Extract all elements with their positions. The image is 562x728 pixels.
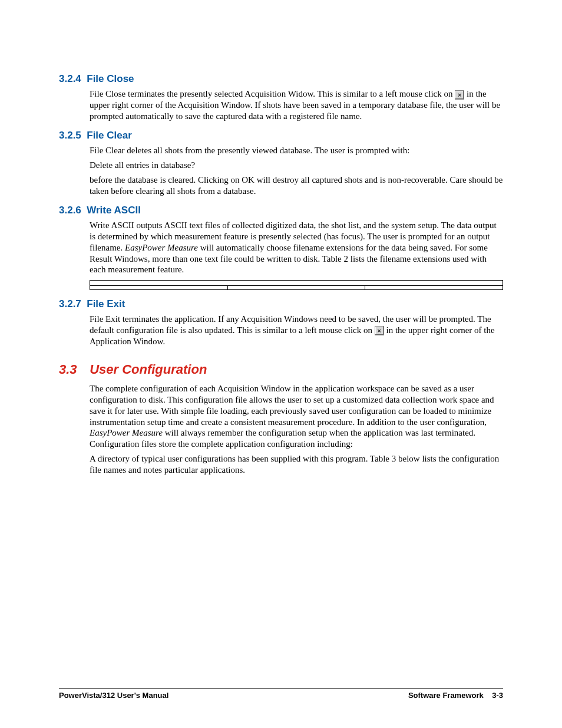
heading-title: User Configuration [90,362,207,377]
heading-3-2-5: 3.2.5 File Clear [59,130,503,141]
footer-page: 3-3 [492,691,503,700]
table-caption [90,280,503,285]
table-header [90,286,228,290]
text: The complete configuration of each Acqui… [90,384,494,426]
footer-right: Software Framework 3-3 [408,691,503,700]
paragraph: A directory of typical user configuratio… [90,453,503,476]
table-2 [90,280,503,290]
paragraph: File Clear deletes all shots from the pr… [90,145,503,156]
heading-title: File Close [87,73,134,84]
paragraph: before the database is cleared. Clicking… [90,174,503,197]
heading-title: File Exit [87,298,125,309]
emphasis: EasyPower Measure [125,243,198,252]
heading-number: 3.3 [59,362,86,377]
table-header [227,286,365,290]
body-3-2-7: File Exit terminates the application. If… [90,314,503,347]
table-header-row [90,286,503,290]
heading-number: 3.2.5 [59,130,81,141]
text: File Close terminates the presently sele… [90,89,455,98]
heading-title: File Clear [87,130,132,141]
heading-3-2-7: 3.2.7 File Exit [59,298,503,310]
footer-left: PowerVista/312 User's Manual [59,691,168,700]
heading-number: 3.2.4 [59,73,81,84]
footer-section: Software Framework [408,691,484,700]
body-3-2-6: Write ASCII outputs ASCII text files of … [90,220,503,290]
document-page: 3.2.4 File Close File Close terminates t… [0,0,562,728]
paragraph: Delete all entries in database? [90,160,503,171]
emphasis: EasyPower Measure [90,428,163,437]
page-footer: PowerVista/312 User's Manual Software Fr… [59,688,503,700]
heading-3-2-6: 3.2.6 Write ASCII [59,205,503,216]
paragraph: Write ASCII outputs ASCII text files of … [90,220,503,275]
heading-3-3: 3.3 User Configuration [59,362,503,377]
paragraph: File Exit terminates the application. If… [90,314,503,347]
paragraph: File Close terminates the presently sele… [90,88,503,121]
close-icon: × [375,326,384,335]
body-3-2-5: File Clear deletes all shots from the pr… [90,145,503,196]
table-header [365,286,503,290]
paragraph: The complete configuration of each Acqui… [90,383,503,450]
body-3-2-4: File Close terminates the presently sele… [90,88,503,121]
heading-title: Write ASCII [87,205,141,216]
heading-number: 3.2.6 [59,205,81,216]
heading-number: 3.2.7 [59,298,81,309]
heading-3-2-4: 3.2.4 File Close [59,73,503,85]
body-3-3: The complete configuration of each Acqui… [90,383,503,475]
close-icon: × [455,90,464,100]
